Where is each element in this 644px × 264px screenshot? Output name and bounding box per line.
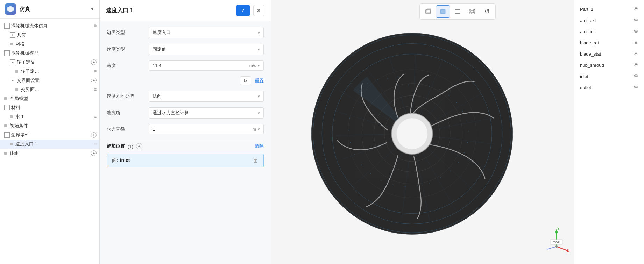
sidebar-item-turbine-model[interactable]: − 涡轮机械模型 xyxy=(0,49,99,58)
label-rotor-def-sub: 转子定… xyxy=(21,68,93,74)
vis-eye-blade_stat-icon[interactable]: 👁 xyxy=(634,51,638,57)
sidebar-item-water[interactable]: 水 1 ≡ xyxy=(0,112,99,121)
vis-eye-ami_ext-icon[interactable]: 👁 xyxy=(634,17,638,23)
select-boundary-type[interactable]: 速度入口 ∨ xyxy=(149,27,264,38)
svg-text:TOP: TOP xyxy=(553,241,560,244)
perspective-view-button[interactable] xyxy=(421,5,435,18)
svg-point-49 xyxy=(439,89,440,90)
input-velocity[interactable]: 11.4 m/s ∨ xyxy=(149,60,264,71)
label-mesh: 网格 xyxy=(15,41,97,47)
expander-interface-setup[interactable]: − xyxy=(10,78,15,83)
vis-item-hub_shroud[interactable]: hub_shroud 👁 xyxy=(574,59,644,71)
svg-point-32 xyxy=(361,165,362,165)
label-velocity-dir-type: 速度方向类型 xyxy=(107,93,149,99)
expander-turbine-model[interactable]: − xyxy=(4,50,10,56)
vis-item-ami_int[interactable]: ami_int 👁 xyxy=(574,26,644,37)
svg-point-24 xyxy=(377,80,378,80)
sidebar-item-geometry[interactable]: + 几何 xyxy=(0,30,99,40)
sidebar-item-boundary-cond[interactable]: − 边界条件 + xyxy=(0,130,99,140)
label-velocity-type: 速度类型 xyxy=(107,46,149,52)
expander-material[interactable]: − xyxy=(4,105,10,110)
sidebar-item-body-group[interactable]: 体组 + xyxy=(0,149,99,158)
add-interface-button[interactable]: + xyxy=(91,78,97,83)
expander-turbine-sim[interactable]: − xyxy=(4,23,10,29)
sidebar-item-rotor-def-sub[interactable]: 转子定… ≡ xyxy=(0,67,99,76)
sidebar-item-velocity-inlet-1[interactable]: 速度入口 1 ≡ xyxy=(0,140,99,149)
reset-button[interactable]: 重置 xyxy=(255,78,264,84)
svg-point-45 xyxy=(467,121,467,121)
select-turbulence[interactable]: 通过水力直径计算 ∨ xyxy=(149,107,264,119)
svg-point-43 xyxy=(467,142,468,143)
apply-section-count: (1) xyxy=(128,144,133,149)
confirm-button[interactable]: ✓ xyxy=(236,5,250,16)
clear-apply-button[interactable]: 清除 xyxy=(255,143,264,149)
init-cond-dot xyxy=(4,124,7,127)
expander-boundary-cond[interactable]: − xyxy=(4,132,10,138)
label-global-model: 全局模型 xyxy=(10,95,97,102)
sidebar-item-interface-setup[interactable]: − 交界面设置 + xyxy=(0,76,99,85)
wireframe-view-button[interactable] xyxy=(451,5,465,18)
select-velocity-dir-type[interactable]: 法向 ∨ xyxy=(149,91,264,102)
svg-point-46 xyxy=(462,111,463,112)
sidebar-item-mesh[interactable]: 网格 xyxy=(0,40,99,49)
svg-point-42 xyxy=(464,152,465,153)
value-velocity: 11.4 xyxy=(153,63,249,68)
expander-geometry[interactable]: + xyxy=(10,32,15,38)
sidebar-item-global-model[interactable]: 全局模型 xyxy=(0,94,99,103)
vis-item-Part_1[interactable]: Part_1 👁 xyxy=(574,3,644,15)
menu-velocity-inlet-1[interactable]: ≡ xyxy=(94,142,97,147)
vis-item-blade_rot[interactable]: blade_rot 👁 xyxy=(574,37,644,48)
menu-interface-sub[interactable]: ≡ xyxy=(94,87,97,92)
select-velocity-type[interactable]: 固定值 ∨ xyxy=(149,44,264,55)
close-button[interactable]: ✕ xyxy=(253,5,264,16)
sidebar-title: 仿真 xyxy=(20,6,87,13)
vis-label-Part_1: Part_1 xyxy=(580,7,634,12)
reset-view-button[interactable]: ↺ xyxy=(480,5,494,18)
menu-water[interactable]: ≡ xyxy=(94,114,97,119)
label-boundary-type: 边界类型 xyxy=(107,29,149,36)
field-velocity-type: 速度类型 固定值 ∨ xyxy=(107,44,264,55)
sidebar-item-interface-sub[interactable]: 交界面… ≡ xyxy=(0,85,99,94)
label-turbine-model: 涡轮机械模型 xyxy=(11,50,97,56)
sidebar-item-material[interactable]: − 材料 xyxy=(0,103,99,112)
sidebar-item-turbine-sim[interactable]: − 涡轮机械流体仿真 xyxy=(0,21,99,30)
label-hydraulic-dia: 水力直径 xyxy=(107,126,149,133)
menu-rotor-def-sub[interactable]: ≡ xyxy=(94,69,97,74)
label-water: 水 1 xyxy=(15,114,93,120)
vis-item-outlet[interactable]: outlet 👁 xyxy=(574,82,644,93)
vis-eye-Part_1-icon[interactable]: 👁 xyxy=(634,6,638,12)
add-boundary-button[interactable]: + xyxy=(91,132,97,138)
svg-point-38 xyxy=(429,183,430,183)
add-body-group-button[interactable]: + xyxy=(91,150,97,156)
input-hydraulic-dia[interactable]: 1 m ∨ xyxy=(149,124,264,134)
panel-header: 速度入口 1 ✓ ✕ xyxy=(100,0,271,21)
svg-point-44 xyxy=(468,131,469,131)
vis-label-blade_stat: blade_stat xyxy=(580,51,634,57)
svg-text:X: X xyxy=(567,249,569,253)
vis-eye-hub_shroud-icon[interactable]: 👁 xyxy=(634,62,638,68)
vis-eye-inlet-icon[interactable]: 👁 xyxy=(634,73,638,79)
add-apply-button[interactable]: + xyxy=(136,143,142,149)
value-boundary-type: 速度入口 xyxy=(153,29,257,36)
svg-rect-8 xyxy=(455,9,460,14)
vis-eye-ami_int-icon[interactable]: 👁 xyxy=(634,29,638,34)
sidebar-item-init-cond[interactable]: 初始条件 xyxy=(0,121,99,130)
vis-item-ami_ext[interactable]: ami_ext 👁 xyxy=(574,15,644,26)
vis-eye-outlet-icon[interactable]: 👁 xyxy=(634,85,638,90)
vis-eye-blade_rot-icon[interactable]: 👁 xyxy=(634,40,638,45)
value-turbulence: 通过水力直径计算 xyxy=(153,110,257,116)
transparent-view-button[interactable] xyxy=(465,5,479,18)
vis-label-ami_ext: ami_ext xyxy=(580,18,634,23)
solid-view-button[interactable] xyxy=(436,5,450,18)
delete-face-button[interactable]: 🗑 xyxy=(253,157,259,164)
expander-rotor-def[interactable]: − xyxy=(10,59,15,65)
sidebar-collapse-icon[interactable]: ▼ xyxy=(90,7,94,12)
vis-item-blade_stat[interactable]: blade_stat 👁 xyxy=(574,48,644,59)
fx-button[interactable]: fx xyxy=(240,76,251,85)
sidebar-item-rotor-def[interactable]: − 转子定义 + xyxy=(0,58,99,67)
svg-point-36 xyxy=(405,186,405,187)
vis-item-inlet[interactable]: inlet 👁 xyxy=(574,71,644,82)
svg-point-74 xyxy=(396,118,427,149)
add-rotor-def-button[interactable]: + xyxy=(91,59,97,65)
svg-point-34 xyxy=(381,180,381,181)
